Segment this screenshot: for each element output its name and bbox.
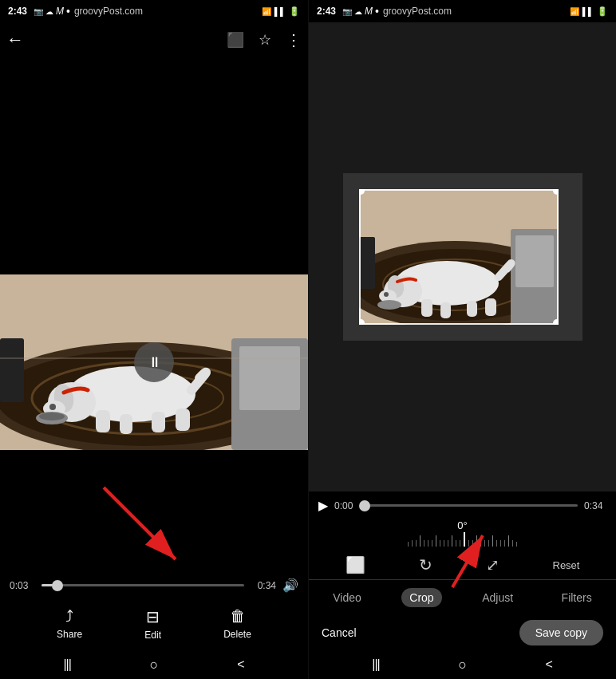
svg-rect-10 bbox=[120, 414, 132, 434]
right-play-button[interactable]: ▶ bbox=[318, 498, 328, 513]
right-timeline-row: ▶ 0:00 0:34 bbox=[309, 491, 616, 516]
tick bbox=[448, 540, 448, 547]
left-signal-icons: 📶 ▌▌ 🔋 bbox=[262, 6, 300, 17]
left-video-area[interactable]: ⏸ bbox=[0, 153, 308, 571]
left-multitask-icon[interactable]: ||| bbox=[63, 657, 70, 672]
save-copy-button[interactable]: Save copy bbox=[519, 620, 603, 645]
right-signal-icon: ▌▌ bbox=[582, 7, 594, 16]
aspect-ratio-tool[interactable]: ⬜ bbox=[346, 555, 365, 574]
tab-filters[interactable]: Filters bbox=[554, 588, 600, 607]
more-icon[interactable]: ⋮ bbox=[286, 30, 302, 49]
cast-icon[interactable]: ⬛ bbox=[227, 31, 244, 49]
right-home-bar: ||| ○ < bbox=[309, 650, 616, 679]
svg-rect-18 bbox=[0, 338, 24, 402]
right-progress-thumb[interactable] bbox=[359, 500, 370, 511]
crop-image-area[interactable] bbox=[359, 189, 559, 325]
site-label-left: groovyPost.com bbox=[74, 6, 143, 17]
tick bbox=[416, 540, 417, 547]
delete-button[interactable]: 🗑 Delete bbox=[223, 607, 251, 641]
action-buttons-row: ⤴ Share ⊟ Edit 🗑 Delete bbox=[10, 602, 298, 647]
tick bbox=[472, 540, 473, 547]
left-home-bar: ||| ○ < bbox=[0, 650, 308, 679]
left-nav-bar: ← ⬛ ☆ ⋮ bbox=[0, 22, 308, 57]
ruler-center-mark bbox=[464, 532, 465, 547]
tab-crop[interactable]: Crop bbox=[401, 588, 441, 607]
right-status-time: 2:43 bbox=[317, 6, 336, 17]
tick bbox=[484, 540, 485, 547]
crop-workspace bbox=[343, 173, 582, 341]
video-progress-thumb[interactable] bbox=[52, 580, 63, 591]
right-site-label: groovyPost.com bbox=[383, 6, 452, 17]
left-status-bar: 2:43 📷 ☁ M • groovyPost.com 📶 ▌▌ 🔋 bbox=[0, 0, 308, 22]
tick bbox=[440, 540, 440, 547]
cloud-icon: ☁ bbox=[45, 7, 53, 16]
tick bbox=[516, 542, 517, 547]
black-top-area bbox=[0, 57, 308, 153]
edit-label: Edit bbox=[144, 630, 161, 641]
tick bbox=[476, 535, 477, 547]
angle-row: 0° bbox=[309, 516, 616, 549]
share-label: Share bbox=[57, 629, 82, 640]
right-status-icons: 📷 ☁ M • groovyPost.com bbox=[342, 5, 452, 18]
crop-corner-br[interactable] bbox=[553, 319, 559, 325]
tick bbox=[412, 540, 413, 547]
crop-border[interactable] bbox=[359, 189, 559, 325]
tick bbox=[508, 535, 509, 547]
delete-icon: 🗑 bbox=[230, 607, 246, 626]
tick bbox=[408, 542, 409, 547]
right-current-time: 0:00 bbox=[334, 500, 358, 511]
right-home-icon[interactable]: ○ bbox=[458, 657, 467, 673]
right-back-icon[interactable]: < bbox=[545, 657, 552, 672]
crop-corner-tl[interactable] bbox=[359, 189, 365, 195]
right-multitask-icon[interactable]: ||| bbox=[372, 657, 379, 672]
right-video-area bbox=[309, 22, 616, 491]
wifi-icon: 📶 bbox=[262, 7, 271, 16]
left-dog-image[interactable]: ⏸ bbox=[0, 274, 308, 450]
edit-icon: ⊟ bbox=[146, 607, 160, 626]
current-time-label: 0:03 bbox=[10, 580, 35, 591]
ruler-marks bbox=[408, 532, 517, 547]
angle-value: 0° bbox=[309, 519, 616, 531]
right-progress-track[interactable] bbox=[365, 504, 578, 507]
camera-icon: 📷 bbox=[34, 7, 43, 16]
mail-icon: M bbox=[56, 6, 64, 17]
tick bbox=[480, 540, 481, 547]
fullscreen-tool[interactable]: ⤢ bbox=[486, 555, 500, 574]
tick bbox=[500, 540, 501, 547]
tick bbox=[444, 540, 444, 547]
total-time-label: 0:34 bbox=[251, 580, 276, 591]
signal-icon: ▌▌ bbox=[274, 7, 286, 16]
left-home-icon[interactable]: ○ bbox=[150, 657, 159, 673]
left-panel: 2:43 📷 ☁ M • groovyPost.com 📶 ▌▌ 🔋 ← ⬛ ☆… bbox=[0, 0, 308, 679]
edit-button[interactable]: ⊟ Edit bbox=[144, 607, 161, 641]
tab-adjust[interactable]: Adjust bbox=[474, 588, 521, 607]
left-bottom-controls: 0:03 0:34 🔊 ⤴ Share ⊟ Edit 🗑 Delete bbox=[0, 571, 308, 650]
tick bbox=[504, 540, 505, 547]
tab-video[interactable]: Video bbox=[325, 588, 369, 607]
right-signal-icons: 📶 ▌▌ 🔋 bbox=[570, 6, 608, 17]
cancel-button[interactable]: Cancel bbox=[322, 626, 357, 639]
tick bbox=[496, 540, 497, 547]
left-back-icon[interactable]: < bbox=[237, 657, 244, 672]
crop-corner-bl[interactable] bbox=[359, 319, 365, 325]
reset-button[interactable]: Reset bbox=[553, 559, 580, 571]
volume-icon[interactable]: 🔊 bbox=[282, 578, 298, 593]
svg-rect-6 bbox=[239, 346, 300, 410]
svg-point-17 bbox=[39, 413, 65, 420]
right-total-time: 0:34 bbox=[584, 500, 606, 511]
tick bbox=[424, 540, 424, 547]
back-button[interactable]: ← bbox=[6, 30, 24, 50]
delete-label: Delete bbox=[223, 629, 251, 640]
time-slider-row: 0:03 0:34 🔊 bbox=[10, 578, 298, 593]
tick bbox=[452, 535, 452, 547]
dot-icon: • bbox=[66, 5, 70, 18]
angle-ruler[interactable] bbox=[309, 531, 616, 547]
video-progress-track[interactable] bbox=[41, 584, 244, 586]
nav-icons-group: ⬛ ☆ ⋮ bbox=[227, 30, 302, 49]
rotate-tool[interactable]: ↻ bbox=[419, 555, 432, 574]
share-button[interactable]: ⤴ Share bbox=[57, 607, 82, 641]
tab-bar: Video Crop Adjust Filters bbox=[309, 580, 616, 614]
crop-corner-tr[interactable] bbox=[553, 189, 559, 195]
pause-button[interactable]: ⏸ bbox=[134, 342, 174, 382]
bookmark-icon[interactable]: ☆ bbox=[259, 31, 271, 49]
